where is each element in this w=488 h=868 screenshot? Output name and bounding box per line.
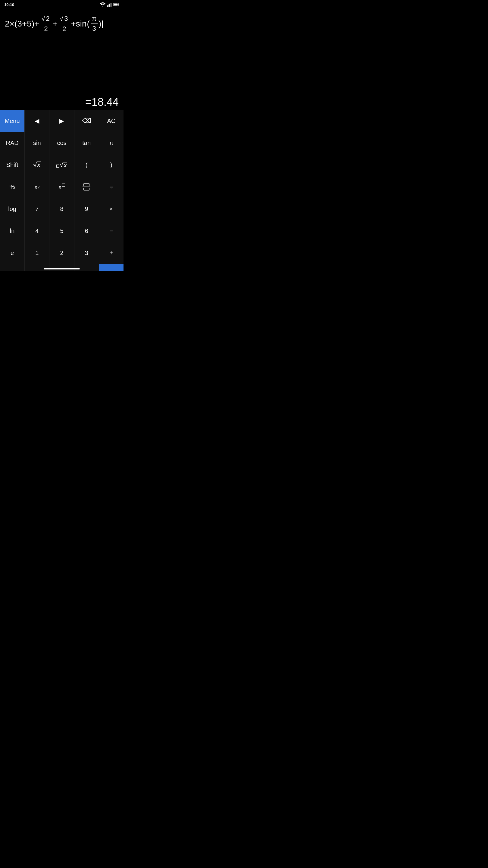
7-button[interactable]: 7 xyxy=(25,198,49,220)
menu-button[interactable]: Menu xyxy=(0,110,24,132)
shift-button[interactable]: Shift xyxy=(0,154,24,176)
cos-button[interactable]: cos xyxy=(50,132,74,154)
open-paren-button[interactable]: ( xyxy=(74,154,99,176)
e-button[interactable]: e xyxy=(0,242,24,264)
expr-frac3: π 3 xyxy=(91,14,98,34)
home-indicator xyxy=(44,268,80,270)
display-area: 2×(3+5)+ √2 2 + √3 2 +sin ( π 3 )| xyxy=(0,8,124,87)
svg-rect-5 xyxy=(119,4,119,5)
1-button[interactable]: 1 xyxy=(25,242,49,264)
divide-button[interactable]: ÷ xyxy=(99,176,124,198)
status-bar: 10:10 xyxy=(0,0,124,8)
x-squared-button[interactable]: x2 xyxy=(25,176,49,198)
status-icons xyxy=(100,2,119,7)
backspace-button[interactable]: ⌫ xyxy=(74,110,99,132)
expr-plus2: + xyxy=(53,18,58,30)
ans-button[interactable]: Ans xyxy=(25,264,49,271)
nth-sqrt-icon: √x xyxy=(56,161,67,169)
result-value: =18.44 xyxy=(85,96,119,108)
6-button[interactable]: 6 xyxy=(74,220,99,242)
2-button[interactable]: 2 xyxy=(50,242,74,264)
backspace-icon: ⌫ xyxy=(82,117,91,125)
rotate-button[interactable]: ⟳ xyxy=(0,264,24,271)
svg-rect-6 xyxy=(114,4,118,6)
plus-button[interactable]: + xyxy=(99,242,124,264)
dot-button[interactable]: . xyxy=(74,264,99,271)
8-button[interactable]: 8 xyxy=(50,198,74,220)
battery-icon xyxy=(113,3,119,6)
0-button[interactable]: 0 xyxy=(50,264,74,271)
expr-frac1: √2 2 xyxy=(40,14,52,34)
multiply-button[interactable]: × xyxy=(99,198,124,220)
9-button[interactable]: 9 xyxy=(74,198,99,220)
3-button[interactable]: 3 xyxy=(74,242,99,264)
sqrt-button[interactable]: √x xyxy=(25,154,49,176)
signal-icon xyxy=(107,2,112,7)
equals-button[interactable]: = xyxy=(99,264,124,271)
left-arrow-button[interactable]: ◀ xyxy=(25,110,49,132)
ac-button[interactable]: AC xyxy=(99,110,124,132)
expr-plus3: +sin xyxy=(71,18,87,30)
keyboard: Menu ◀ ▶ ⌫ AC RAD sin cos tan π Shift √x… xyxy=(0,110,124,271)
5-button[interactable]: 5 xyxy=(50,220,74,242)
percent-button[interactable]: % xyxy=(0,176,24,198)
time: 10:10 xyxy=(4,2,14,7)
result-display: =18.44 xyxy=(0,87,124,108)
sqrt-icon: √x xyxy=(33,161,41,168)
close-paren-button[interactable]: ) xyxy=(99,154,124,176)
svg-rect-2 xyxy=(109,4,110,7)
expr-frac2: √3 2 xyxy=(59,14,70,34)
svg-rect-0 xyxy=(107,5,108,7)
sin-button[interactable]: sin xyxy=(25,132,49,154)
wifi-icon xyxy=(100,2,105,7)
x-power-button[interactable]: x xyxy=(50,176,74,198)
expr-paren-close: )| xyxy=(98,18,104,30)
rad-button[interactable]: RAD xyxy=(0,132,24,154)
4-button[interactable]: 4 xyxy=(25,220,49,242)
minus-button[interactable]: − xyxy=(99,220,124,242)
svg-rect-1 xyxy=(108,4,109,7)
expr-2x: 2×(3+5)+ xyxy=(5,18,39,30)
nth-sqrt-button[interactable]: √x xyxy=(50,154,74,176)
fraction-icon xyxy=(83,183,90,190)
right-arrow-button[interactable]: ▶ xyxy=(50,110,74,132)
pi-button[interactable]: π xyxy=(99,132,124,154)
tan-button[interactable]: tan xyxy=(74,132,99,154)
svg-rect-3 xyxy=(110,3,111,7)
expr-paren-open: ( xyxy=(87,18,90,30)
fraction-button[interactable] xyxy=(74,176,99,198)
ln-button[interactable]: ln xyxy=(0,220,24,242)
expression: 2×(3+5)+ √2 2 + √3 2 +sin ( π 3 )| xyxy=(5,14,119,34)
log-button[interactable]: log xyxy=(0,198,24,220)
